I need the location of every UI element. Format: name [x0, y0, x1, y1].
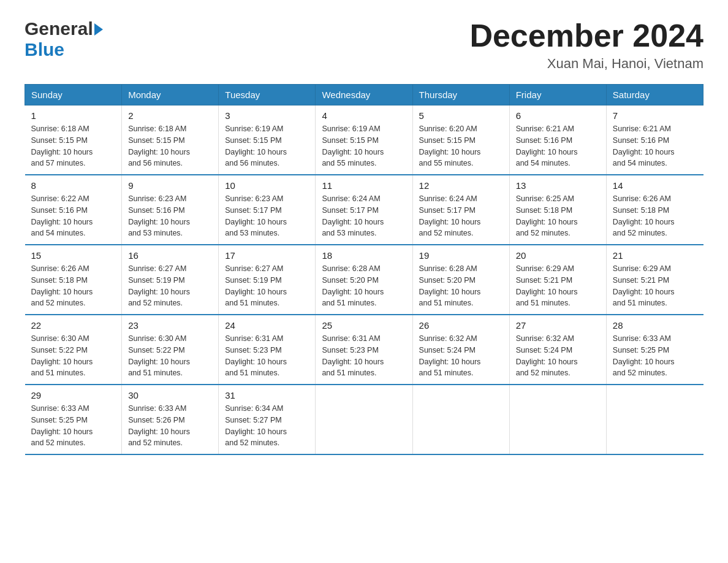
day-number: 19	[419, 250, 503, 261]
day-info: Sunrise: 6:19 AMSunset: 5:15 PMDaylight:…	[225, 123, 309, 169]
col-header-sunday: Sunday	[25, 85, 122, 105]
calendar-cell: 20Sunrise: 6:29 AMSunset: 5:21 PMDayligh…	[509, 245, 606, 315]
calendar-cell: 5Sunrise: 6:20 AMSunset: 5:15 PMDaylight…	[412, 105, 509, 175]
day-number: 2	[128, 110, 212, 121]
calendar-week-row: 1Sunrise: 6:18 AMSunset: 5:15 PMDaylight…	[25, 105, 703, 175]
day-info: Sunrise: 6:31 AMSunset: 5:23 PMDaylight:…	[322, 333, 406, 379]
location-subtitle: Xuan Mai, Hanoi, Vietnam	[469, 56, 703, 72]
day-info: Sunrise: 6:29 AMSunset: 5:21 PMDaylight:…	[613, 263, 697, 309]
day-info: Sunrise: 6:20 AMSunset: 5:15 PMDaylight:…	[419, 123, 503, 169]
month-title: December 2024	[469, 18, 703, 53]
day-info: Sunrise: 6:23 AMSunset: 5:17 PMDaylight:…	[225, 193, 309, 239]
col-header-thursday: Thursday	[412, 85, 509, 105]
day-info: Sunrise: 6:33 AMSunset: 5:25 PMDaylight:…	[613, 333, 697, 379]
day-number: 20	[516, 250, 600, 261]
calendar-cell: 31Sunrise: 6:34 AMSunset: 5:27 PMDayligh…	[219, 385, 316, 454]
day-info: Sunrise: 6:23 AMSunset: 5:16 PMDaylight:…	[128, 193, 212, 239]
day-info: Sunrise: 6:25 AMSunset: 5:18 PMDaylight:…	[516, 193, 600, 239]
day-number: 15	[31, 250, 116, 261]
day-number: 22	[31, 320, 116, 331]
col-header-saturday: Saturday	[606, 85, 703, 105]
day-info: Sunrise: 6:32 AMSunset: 5:24 PMDaylight:…	[419, 333, 503, 379]
day-number: 17	[225, 250, 309, 261]
day-info: Sunrise: 6:34 AMSunset: 5:27 PMDaylight:…	[225, 403, 309, 449]
day-number: 14	[613, 180, 697, 191]
day-number: 10	[225, 180, 309, 191]
day-info: Sunrise: 6:33 AMSunset: 5:25 PMDaylight:…	[31, 403, 116, 449]
calendar-cell: 25Sunrise: 6:31 AMSunset: 5:23 PMDayligh…	[316, 315, 412, 385]
day-info: Sunrise: 6:21 AMSunset: 5:16 PMDaylight:…	[516, 123, 600, 169]
day-info: Sunrise: 6:30 AMSunset: 5:22 PMDaylight:…	[31, 333, 116, 379]
calendar-cell: 13Sunrise: 6:25 AMSunset: 5:18 PMDayligh…	[509, 175, 606, 245]
col-header-tuesday: Tuesday	[219, 85, 316, 105]
calendar-week-row: 29Sunrise: 6:33 AMSunset: 5:25 PMDayligh…	[25, 385, 703, 454]
day-number: 9	[128, 180, 212, 191]
day-number: 8	[31, 180, 116, 191]
calendar-cell: 9Sunrise: 6:23 AMSunset: 5:16 PMDaylight…	[122, 175, 219, 245]
day-number: 23	[128, 320, 212, 331]
day-info: Sunrise: 6:27 AMSunset: 5:19 PMDaylight:…	[225, 263, 309, 309]
calendar-cell	[509, 385, 606, 454]
day-number: 28	[613, 320, 697, 331]
title-block: December 2024 Xuan Mai, Hanoi, Vietnam	[469, 18, 703, 72]
calendar-cell: 29Sunrise: 6:33 AMSunset: 5:25 PMDayligh…	[25, 385, 122, 454]
logo: General Blue	[25, 18, 103, 60]
calendar-cell: 8Sunrise: 6:22 AMSunset: 5:16 PMDaylight…	[25, 175, 122, 245]
calendar-cell: 11Sunrise: 6:24 AMSunset: 5:17 PMDayligh…	[316, 175, 412, 245]
calendar-header-row: SundayMondayTuesdayWednesdayThursdayFrid…	[25, 85, 703, 105]
calendar-cell: 23Sunrise: 6:30 AMSunset: 5:22 PMDayligh…	[122, 315, 219, 385]
day-number: 5	[419, 110, 503, 121]
day-info: Sunrise: 6:26 AMSunset: 5:18 PMDaylight:…	[31, 263, 116, 309]
calendar-cell: 15Sunrise: 6:26 AMSunset: 5:18 PMDayligh…	[25, 245, 122, 315]
day-info: Sunrise: 6:24 AMSunset: 5:17 PMDaylight:…	[322, 193, 406, 239]
col-header-wednesday: Wednesday	[316, 85, 412, 105]
calendar-cell: 14Sunrise: 6:26 AMSunset: 5:18 PMDayligh…	[606, 175, 703, 245]
calendar-week-row: 15Sunrise: 6:26 AMSunset: 5:18 PMDayligh…	[25, 245, 703, 315]
calendar-cell: 21Sunrise: 6:29 AMSunset: 5:21 PMDayligh…	[606, 245, 703, 315]
day-number: 26	[419, 320, 503, 331]
calendar-cell: 6Sunrise: 6:21 AMSunset: 5:16 PMDaylight…	[509, 105, 606, 175]
calendar-cell: 18Sunrise: 6:28 AMSunset: 5:20 PMDayligh…	[316, 245, 412, 315]
col-header-friday: Friday	[509, 85, 606, 105]
day-number: 4	[322, 110, 406, 121]
day-number: 29	[31, 390, 116, 400]
day-number: 3	[225, 110, 309, 121]
calendar-cell: 10Sunrise: 6:23 AMSunset: 5:17 PMDayligh…	[219, 175, 316, 245]
day-info: Sunrise: 6:21 AMSunset: 5:16 PMDaylight:…	[613, 123, 697, 169]
calendar-cell: 28Sunrise: 6:33 AMSunset: 5:25 PMDayligh…	[606, 315, 703, 385]
calendar-cell	[606, 385, 703, 454]
calendar-cell	[412, 385, 509, 454]
day-number: 27	[516, 320, 600, 331]
calendar-cell: 4Sunrise: 6:19 AMSunset: 5:15 PMDaylight…	[316, 105, 412, 175]
day-info: Sunrise: 6:32 AMSunset: 5:24 PMDaylight:…	[516, 333, 600, 379]
day-number: 12	[419, 180, 503, 191]
logo-arrow-icon	[94, 23, 103, 36]
calendar-cell: 26Sunrise: 6:32 AMSunset: 5:24 PMDayligh…	[412, 315, 509, 385]
calendar-cell: 17Sunrise: 6:27 AMSunset: 5:19 PMDayligh…	[219, 245, 316, 315]
day-info: Sunrise: 6:29 AMSunset: 5:21 PMDaylight:…	[516, 263, 600, 309]
calendar-cell: 24Sunrise: 6:31 AMSunset: 5:23 PMDayligh…	[219, 315, 316, 385]
calendar-table: SundayMondayTuesdayWednesdayThursdayFrid…	[25, 84, 703, 455]
day-number: 25	[322, 320, 406, 331]
day-number: 31	[225, 390, 309, 400]
day-info: Sunrise: 6:18 AMSunset: 5:15 PMDaylight:…	[128, 123, 212, 169]
day-number: 7	[613, 110, 697, 121]
day-number: 24	[225, 320, 309, 331]
page-header: General Blue December 2024 Xuan Mai, Han…	[25, 18, 703, 72]
calendar-cell	[316, 385, 412, 454]
logo-general-text: General	[25, 18, 93, 39]
calendar-cell: 27Sunrise: 6:32 AMSunset: 5:24 PMDayligh…	[509, 315, 606, 385]
day-number: 21	[613, 250, 697, 261]
day-info: Sunrise: 6:26 AMSunset: 5:18 PMDaylight:…	[613, 193, 697, 239]
calendar-cell: 7Sunrise: 6:21 AMSunset: 5:16 PMDaylight…	[606, 105, 703, 175]
calendar-cell: 12Sunrise: 6:24 AMSunset: 5:17 PMDayligh…	[412, 175, 509, 245]
calendar-cell: 2Sunrise: 6:18 AMSunset: 5:15 PMDaylight…	[122, 105, 219, 175]
day-number: 11	[322, 180, 406, 191]
day-number: 16	[128, 250, 212, 261]
calendar-week-row: 8Sunrise: 6:22 AMSunset: 5:16 PMDaylight…	[25, 175, 703, 245]
calendar-cell: 3Sunrise: 6:19 AMSunset: 5:15 PMDaylight…	[219, 105, 316, 175]
day-info: Sunrise: 6:19 AMSunset: 5:15 PMDaylight:…	[322, 123, 406, 169]
day-info: Sunrise: 6:33 AMSunset: 5:26 PMDaylight:…	[128, 403, 212, 449]
logo-blue-text: Blue	[25, 39, 64, 60]
col-header-monday: Monday	[122, 85, 219, 105]
